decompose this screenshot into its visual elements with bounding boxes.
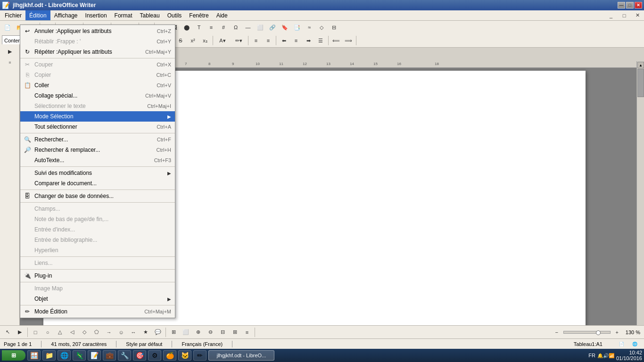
menu-selectionner-texte[interactable]: Sélectionner le texte Ctrl+Maj+I bbox=[20, 101, 175, 111]
menu-format[interactable]: Format bbox=[111, 10, 136, 20]
smiley-button[interactable]: ☺ bbox=[116, 327, 127, 337]
insert-row-button[interactable]: ⊕ bbox=[192, 327, 204, 337]
menu-liens[interactable]: Liens... bbox=[20, 258, 175, 268]
menu-couper[interactable]: ✂ Couper Ctrl+X bbox=[20, 59, 175, 70]
insert-rule-button[interactable]: — bbox=[242, 22, 254, 33]
callout-button[interactable]: 💬 bbox=[152, 327, 164, 337]
minimize-button[interactable]: — bbox=[618, 2, 625, 8]
taskbar-ie[interactable]: 🪟 bbox=[27, 350, 41, 361]
maximize-button[interactable]: □ bbox=[626, 2, 634, 8]
footnote-button[interactable]: 📑 bbox=[291, 22, 303, 33]
ellipse-button[interactable]: ○ bbox=[42, 327, 53, 337]
highlight-button[interactable]: ✏▾ bbox=[231, 35, 246, 46]
scroll-thumb[interactable] bbox=[637, 69, 644, 97]
menu-mode-selection[interactable]: Mode Sélection ▶ bbox=[20, 111, 175, 122]
menu-copier[interactable]: ⎘ Copier Ctrl+C bbox=[20, 70, 175, 80]
text-button[interactable]: T bbox=[193, 22, 205, 33]
insert-field-button[interactable]: ≡ bbox=[206, 22, 217, 33]
close-doc-button[interactable]: ✕ bbox=[632, 10, 643, 21]
menu-repeter[interactable]: ↻ Répéter :Appliquer les attributs Ctrl+… bbox=[20, 47, 175, 57]
diamond-button[interactable]: ◇ bbox=[79, 327, 90, 337]
list-unordered-button[interactable]: ≡ bbox=[250, 35, 262, 46]
pentagon-button[interactable]: ⬠ bbox=[91, 327, 102, 337]
minimize-doc-button[interactable]: _ bbox=[605, 10, 617, 21]
menu-retablir[interactable]: Rétablir :Frappe : ' Ctrl+Y bbox=[20, 36, 175, 47]
superscript-button[interactable]: x² bbox=[187, 35, 198, 46]
menu-comparer-document[interactable]: Comparer le document... bbox=[20, 178, 175, 189]
gallery-button[interactable]: ⬤ bbox=[181, 22, 192, 33]
menu-edition[interactable]: Édition bbox=[25, 10, 50, 20]
menu-rechercher-remplacer[interactable]: 🔎 Rechercher & remplacer... Ctrl+H bbox=[20, 145, 175, 155]
zoom-out-button[interactable]: − bbox=[551, 327, 562, 337]
merge-cell-button[interactable]: ⊟ bbox=[217, 327, 228, 337]
table-style-button[interactable]: ≡ bbox=[241, 327, 253, 337]
normal-view-button[interactable]: 📄 bbox=[616, 339, 627, 349]
font-color-button[interactable]: A▾ bbox=[215, 35, 230, 46]
menu-note-bas-page[interactable]: Note de bas de page/de fin,... bbox=[20, 214, 175, 224]
forms-button[interactable]: ⊟ bbox=[328, 22, 339, 33]
align-center-button[interactable]: ≡ bbox=[290, 35, 302, 46]
taskbar-app7[interactable]: 🎯 bbox=[133, 350, 146, 361]
taskbar-folder[interactable]: 📁 bbox=[42, 350, 56, 361]
start-button[interactable]: ⊞ bbox=[2, 350, 25, 361]
maximize-doc-button[interactable]: □ bbox=[619, 10, 630, 21]
menu-aide[interactable]: Aide bbox=[213, 10, 231, 20]
scroll-up-button[interactable]: ▲ bbox=[637, 62, 644, 68]
star-button[interactable]: ★ bbox=[140, 327, 151, 337]
strikethrough-button[interactable]: S bbox=[175, 35, 186, 46]
table-bottom-button[interactable]: ⊞ bbox=[168, 327, 179, 337]
indent-increase-button[interactable]: ⟹ bbox=[343, 35, 354, 46]
delete-row-button[interactable]: ⊖ bbox=[205, 327, 216, 337]
menu-champs[interactable]: Champs... bbox=[20, 204, 175, 214]
split-cell-button[interactable]: ⊞ bbox=[229, 327, 240, 337]
rect-button[interactable]: □ bbox=[30, 327, 41, 337]
align-justify-button[interactable]: ☰ bbox=[315, 35, 326, 46]
sidebar-toggle-button[interactable]: ▶ bbox=[4, 46, 16, 57]
border-button[interactable]: ⬜ bbox=[180, 327, 191, 337]
menu-plugin[interactable]: 🔌 Plug-in bbox=[20, 271, 175, 281]
menu-mode-edition[interactable]: ✏ Mode Édition Ctrl+Maj+M bbox=[20, 306, 175, 317]
vertical-scrollbar[interactable]: ▲ ▼ bbox=[636, 61, 644, 337]
zoom-slider-thumb[interactable] bbox=[596, 330, 601, 335]
menu-suivi-modifications[interactable]: Suivi des modifications ▶ bbox=[20, 168, 175, 178]
indent-decrease-button[interactable]: ⟸ bbox=[330, 35, 342, 46]
menu-tout-selectionner[interactable]: Tout sélectionner Ctrl+A bbox=[20, 122, 175, 132]
menu-fenetre[interactable]: Fenêtre bbox=[185, 10, 212, 20]
menu-outils[interactable]: Outils bbox=[164, 10, 186, 20]
expand-sidebar-button[interactable]: ▶ bbox=[14, 327, 25, 337]
align-left-button[interactable]: ⬅ bbox=[278, 35, 289, 46]
frame-button[interactable]: ⬜ bbox=[255, 22, 266, 33]
menu-collage-special[interactable]: Collage spécial... Ctrl+Maj+V bbox=[20, 90, 175, 101]
header-footer-button[interactable]: ≈ bbox=[304, 22, 315, 33]
menu-objet[interactable]: Objet ▶ bbox=[20, 294, 175, 304]
menu-entree-index[interactable]: Entrée d'index... bbox=[20, 224, 175, 235]
insert-special-char-button[interactable]: Ω bbox=[230, 22, 241, 33]
menu-annuler[interactable]: ↩ Annuler :Appliquer les attributs Ctrl+… bbox=[20, 26, 175, 36]
menu-affichage[interactable]: Affichage bbox=[50, 10, 82, 20]
menu-image-map[interactable]: Image Map bbox=[20, 283, 175, 294]
bookmark-button[interactable]: 🔖 bbox=[279, 22, 290, 33]
taskbar-cat[interactable]: 🐱 bbox=[178, 350, 191, 361]
taskbar-opera[interactable]: 🍊 bbox=[163, 350, 176, 361]
taskbar-app6[interactable]: 🔧 bbox=[118, 350, 131, 361]
triangle-button[interactable]: △ bbox=[54, 327, 66, 337]
menu-autotexte[interactable]: AutoTexte... Ctrl+F3 bbox=[20, 155, 175, 165]
taskbar-active-window[interactable]: jlhgjkhf.odt - LibreO... bbox=[208, 350, 274, 361]
taskbar-sticky[interactable]: 📝 bbox=[88, 350, 101, 361]
hyperlink-button[interactable]: 🔗 bbox=[267, 22, 278, 33]
taskbar-bag[interactable]: 💼 bbox=[103, 350, 116, 361]
menu-changer-bdd[interactable]: 🗄 Changer de base de données... bbox=[20, 191, 175, 201]
close-button[interactable]: ✕ bbox=[635, 2, 642, 8]
taskbar-writer[interactable]: ✏ bbox=[193, 350, 206, 361]
menu-entree-biblio[interactable]: Entrée de bibliographie... bbox=[20, 235, 175, 245]
taskbar-evernote[interactable]: 🦎 bbox=[73, 350, 86, 361]
subscript-button[interactable]: x₂ bbox=[199, 35, 211, 46]
arrow-tool-button[interactable]: ↖ bbox=[2, 327, 13, 337]
taskbar-app8[interactable]: ⚙ bbox=[148, 350, 161, 361]
list-ordered-button[interactable]: ≡ bbox=[263, 35, 274, 46]
right-triangle-button[interactable]: ◁ bbox=[66, 327, 78, 337]
menu-hyperlien[interactable]: Hyperlien bbox=[20, 245, 175, 255]
arrow-shape-button[interactable]: → bbox=[103, 327, 115, 337]
menu-fichier[interactable]: Fichier bbox=[1, 10, 25, 20]
menu-insertion[interactable]: Insertion bbox=[82, 10, 111, 20]
